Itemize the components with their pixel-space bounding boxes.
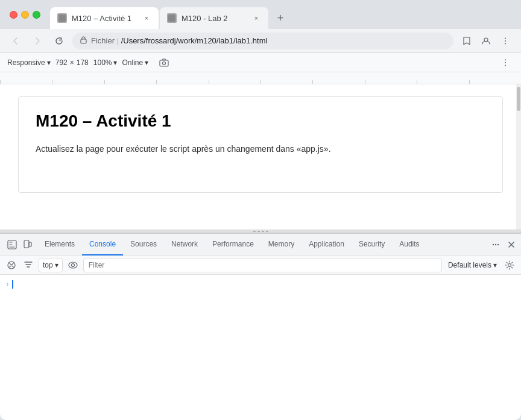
- account-button[interactable]: [478, 33, 494, 49]
- tab-sources[interactable]: Sources: [123, 234, 164, 255]
- tab-performance[interactable]: Performance: [205, 234, 261, 255]
- page-body: Actualisez la page pour exécuter le scri…: [36, 143, 485, 155]
- viewport-width: 792: [55, 58, 68, 67]
- default-levels-select[interactable]: Default levels ▾: [448, 261, 497, 269]
- address-input[interactable]: Fichier | /Users/frossardj/work/m120/lab…: [72, 33, 453, 49]
- new-tab-button[interactable]: +: [272, 10, 289, 27]
- tab-activite1[interactable]: M120 – Activité 1 ×: [50, 7, 159, 29]
- ruler-mark: [417, 80, 469, 84]
- svg-rect-14: [29, 242, 31, 246]
- page-scrollbar[interactable]: [516, 84, 521, 230]
- title-bar: M120 – Activité 1 × M120 - Lab 2 × +: [0, 0, 521, 29]
- tab-console[interactable]: Console: [82, 234, 123, 255]
- viewport-height: 178: [77, 58, 89, 67]
- default-levels-label: Default levels: [448, 261, 491, 269]
- context-label: top: [43, 261, 53, 269]
- svg-point-19: [69, 262, 77, 268]
- svg-point-9: [505, 59, 506, 60]
- capture-screenshot-button[interactable]: [156, 54, 172, 71]
- page-title: M120 – Activité 1: [36, 111, 485, 131]
- ruler: [0, 72, 521, 84]
- zoom-select[interactable]: 100% ▾: [93, 58, 118, 67]
- console-toolbar: top ▾ Default levels ▾: [0, 255, 521, 275]
- close-button[interactable]: [10, 11, 17, 19]
- forward-button[interactable]: [29, 33, 46, 49]
- svg-rect-0: [58, 14, 66, 22]
- browser-window: M120 – Activité 1 × M120 - Lab 2 × +: [0, 0, 521, 420]
- tabs-bar: M120 – Activité 1 × M120 - Lab 2 × +: [45, 0, 516, 29]
- device-mode-icon[interactable]: [21, 237, 35, 252]
- online-select[interactable]: Online ▾: [122, 58, 148, 67]
- address-bar: Fichier | /Users/frossardj/work/m120/lab…: [0, 29, 521, 53]
- svg-point-17: [497, 243, 499, 245]
- tab-close-1[interactable]: ×: [142, 13, 151, 23]
- svg-point-10: [505, 62, 506, 63]
- ruler-mark: [209, 80, 260, 84]
- responsive-select[interactable]: Responsive ▾: [7, 58, 51, 67]
- ruler-mark: [52, 80, 104, 84]
- page-content-box: M120 – Activité 1 Actualisez la page pou…: [18, 96, 503, 193]
- devtools-right-icons: [488, 237, 519, 252]
- eye-icon[interactable]: [66, 259, 80, 272]
- inspect-element-icon[interactable]: [5, 237, 19, 252]
- svg-point-15: [493, 243, 494, 245]
- ruler-mark: [104, 80, 156, 84]
- filter-input[interactable]: [83, 258, 442, 272]
- responsive-arrow-icon: ▾: [47, 58, 51, 67]
- clear-console-icon[interactable]: [5, 259, 18, 272]
- console-prompt[interactable]: ›: [5, 280, 516, 289]
- prompt-arrow-icon: ›: [5, 280, 10, 289]
- context-selector[interactable]: top ▾: [39, 258, 63, 272]
- tab-label-2: M120 - Lab 2: [182, 14, 247, 23]
- more-menu-button[interactable]: [497, 33, 514, 49]
- filter-icon[interactable]: [22, 259, 35, 272]
- svg-point-11: [505, 64, 506, 66]
- ruler-mark: [469, 80, 521, 84]
- tab-application[interactable]: Application: [302, 234, 352, 255]
- svg-rect-2: [81, 39, 86, 43]
- svg-point-4: [505, 37, 506, 39]
- responsive-label: Responsive: [7, 58, 45, 67]
- responsive-more-button[interactable]: [497, 54, 514, 71]
- ruler-mark: [365, 80, 417, 84]
- toolbar-right: [458, 33, 514, 49]
- devtools-panel: Elements Console Sources Network Perform…: [0, 233, 521, 420]
- online-label: Online: [122, 58, 143, 67]
- svg-point-5: [505, 40, 506, 42]
- svg-rect-1: [168, 14, 175, 22]
- tab-network[interactable]: Network: [164, 234, 205, 255]
- console-settings-icon[interactable]: [503, 259, 516, 272]
- minimize-button[interactable]: [21, 11, 29, 19]
- ruler-mark: [312, 80, 364, 84]
- scrollbar-thumb: [517, 87, 520, 111]
- traffic-lights: [5, 11, 45, 19]
- dimensions: 792 × 178: [55, 58, 89, 67]
- ruler-mark: [156, 80, 208, 84]
- back-button[interactable]: [7, 33, 24, 49]
- devtools-more-icon[interactable]: [488, 237, 503, 252]
- bookmark-button[interactable]: [458, 33, 475, 49]
- page-area: M120 – Activité 1 Actualisez la page pou…: [0, 84, 521, 230]
- tab-favicon-1: [57, 13, 67, 23]
- maximize-button[interactable]: [33, 11, 40, 19]
- address-text: Fichier | /Users/frossardj/work/m120/lab…: [91, 36, 446, 45]
- tab-lab2[interactable]: M120 - Lab 2 ×: [160, 7, 268, 29]
- tab-audits[interactable]: Audits: [392, 234, 426, 255]
- tab-label-1: M120 – Activité 1: [72, 14, 137, 23]
- svg-rect-13: [24, 240, 29, 248]
- svg-point-8: [163, 61, 166, 64]
- drag-dots: [253, 231, 268, 232]
- console-content[interactable]: ›: [0, 275, 521, 420]
- reload-button[interactable]: [51, 33, 68, 49]
- tab-memory[interactable]: Memory: [261, 234, 302, 255]
- ruler-mark: [260, 80, 312, 84]
- tab-security[interactable]: Security: [352, 234, 392, 255]
- devtools-close-icon[interactable]: [504, 237, 519, 252]
- lock-icon: [80, 36, 87, 46]
- tab-favicon-2: [167, 13, 177, 23]
- responsive-bar: Responsive ▾ 792 × 178 100% ▾ Online ▾: [0, 53, 521, 72]
- tab-elements[interactable]: Elements: [37, 234, 82, 255]
- console-cursor: [12, 280, 17, 289]
- online-arrow-icon: ▾: [145, 58, 148, 67]
- tab-close-2[interactable]: ×: [251, 13, 261, 23]
